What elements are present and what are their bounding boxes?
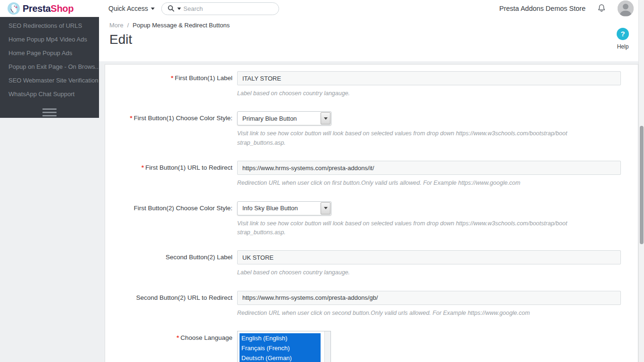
sidebar-item-whatsapp-chat[interactable]: WhatsApp Chat Support — [0, 87, 99, 101]
select-selected-value: Info Sky Blue Button — [238, 205, 321, 212]
breadcrumb-current[interactable]: Popup Message & Redirect Buttons — [132, 22, 230, 29]
sidebar-collapse-hamburger-icon[interactable] — [42, 108, 57, 116]
notifications-bell-icon[interactable] — [596, 3, 607, 14]
field-label: *First Button(1) Label — [105, 71, 237, 98]
top-bar-right: Presta Addons Demos Store — [499, 0, 644, 16]
language-option-french[interactable]: Français (French) — [239, 343, 321, 353]
chevron-down-icon — [321, 202, 330, 214]
edit-form-panel: *First Button(1) Label Label based on ch… — [105, 64, 638, 362]
required-asterisk: * — [141, 164, 144, 171]
required-asterisk: * — [171, 74, 173, 82]
field-help-text: Visit link to see how color button will … — [237, 129, 570, 148]
search-bar[interactable] — [161, 2, 279, 15]
field-control: Info Sky Blue Button Visit link to see h… — [237, 201, 638, 238]
field-help-text: Redirection URL when user click on secon… — [237, 309, 570, 318]
field-label: *First Button(1) URL to Redirect — [105, 161, 237, 188]
field-control: Redirection URL when user click on first… — [237, 161, 638, 188]
language-option-german[interactable]: Deutsch (German) — [239, 353, 321, 362]
form-row-second-button2-url: Second Button(2) URL to Redirect Redirec… — [105, 291, 638, 318]
breadcrumb: More / Popup Message & Redirect Buttons — [109, 22, 644, 29]
logo-wordmark: PrestaShop — [23, 3, 74, 14]
field-help-text: Redirection URL when user click on first… — [237, 179, 570, 188]
chevron-down-icon — [151, 8, 155, 10]
field-control: Label based on choosen country langauge. — [237, 250, 638, 277]
prestashop-bird-icon — [8, 2, 20, 15]
form-row-first-button1-url: *First Button(1) URL to Redirect Redirec… — [105, 161, 638, 188]
field-label: *Choose Language — [105, 331, 237, 362]
form-row-choose-language: *Choose Language English (English) Franç… — [105, 331, 638, 362]
first-button2-color-style-select[interactable]: Info Sky Blue Button — [237, 201, 331, 215]
breadcrumb-parent[interactable]: More — [109, 22, 124, 29]
form-row-first-button2-color-style: First Button(2) Choose Color Style: Info… — [105, 201, 638, 238]
quick-access-dropdown[interactable]: Quick Access — [108, 5, 155, 12]
search-icon — [167, 5, 175, 12]
select-selected-value: Primary Blue Button — [238, 115, 321, 122]
sidebar-item-seo-webmaster[interactable]: SEO Webmaster Site Verification — [0, 74, 99, 87]
field-label: Second Button(2) URL to Redirect — [105, 291, 237, 318]
field-help-text: Visit link to see how color button will … — [237, 219, 570, 238]
page-scrollbar[interactable] — [638, 0, 644, 362]
field-label: First Button(2) Choose Color Style: — [105, 201, 237, 238]
breadcrumb-separator: / — [127, 22, 129, 29]
top-bar: PrestaShop Quick Access Presta Addons De… — [0, 0, 644, 17]
second-button2-label-input[interactable] — [237, 250, 621, 264]
field-label: Second Button(2) Label — [105, 250, 237, 277]
field-label: *First Button(1) Choose Color Style: — [105, 111, 237, 148]
first-button1-label-input[interactable] — [237, 71, 621, 85]
user-avatar[interactable] — [618, 0, 634, 16]
field-label-text: First Button(1) Label — [175, 74, 232, 82]
search-input[interactable] — [183, 5, 273, 12]
help-label: Help — [617, 43, 629, 50]
content-header: More / Popup Message & Redirect Buttons … — [99, 17, 644, 61]
page-scrollbar-thumb[interactable] — [640, 126, 644, 244]
field-control: English (English) Français (French) Deut… — [237, 331, 638, 362]
field-help-text: Label based on choosen country langauge. — [237, 268, 570, 277]
choose-language-multiselect[interactable]: English (English) Français (French) Deut… — [237, 331, 331, 362]
second-button2-url-input[interactable] — [237, 291, 621, 305]
field-label-text: First Button(1) URL to Redirect — [145, 164, 232, 171]
sidebar-item-home-popup-mp4[interactable]: Home Popup Mp4 Video Ads — [0, 33, 99, 46]
field-control: Primary Blue Button Visit link to see ho… — [237, 111, 638, 148]
field-control: Label based on choosen country langauge. — [237, 71, 638, 98]
prestashop-logo[interactable]: PrestaShop — [0, 2, 99, 15]
sidebar-item-seo-redirections[interactable]: SEO Redirections of URLS — [0, 19, 99, 33]
page-title: Edit — [109, 32, 644, 47]
prestashop-admin-page: PrestaShop Quick Access Presta Addons De… — [0, 0, 644, 362]
field-label-text: Second Button(2) URL to Redirect — [136, 294, 232, 301]
form-row-first-button1-label: *First Button(1) Label Label based on ch… — [105, 71, 638, 98]
field-label-text: First Button(2) Choose Color Style: — [134, 205, 232, 212]
search-scope-chevron-icon[interactable] — [177, 8, 181, 10]
sidebar-item-home-page-popup[interactable]: Home Page Popup Ads — [0, 46, 99, 60]
sidebar-item-popup-on-exit[interactable]: Popup on Exit Page - On Brows... — [0, 60, 99, 74]
field-label-text: First Button(1) Choose Color Style: — [134, 115, 232, 122]
required-asterisk: * — [176, 334, 179, 341]
multiselect-scrollbar[interactable] — [324, 331, 330, 362]
form-row-first-button1-color-style: *First Button(1) Choose Color Style: Pri… — [105, 111, 638, 148]
required-asterisk: * — [130, 115, 132, 122]
first-button1-color-style-select[interactable]: Primary Blue Button — [237, 111, 331, 125]
language-option-english[interactable]: English (English) — [239, 333, 321, 343]
field-help-text: Label based on choosen country langauge. — [237, 89, 570, 98]
first-button1-url-input[interactable] — [237, 161, 621, 175]
field-control: Redirection URL when user click on secon… — [237, 291, 638, 318]
quick-access-label: Quick Access — [108, 5, 148, 12]
chevron-down-icon — [321, 112, 330, 124]
store-name[interactable]: Presta Addons Demos Store — [499, 5, 586, 12]
help-question-icon: ? — [617, 28, 629, 40]
sidebar: SEO Redirections of URLS Home Popup Mp4 … — [0, 17, 99, 118]
field-label-text: Second Button(2) Label — [165, 254, 232, 261]
main-content: More / Popup Message & Redirect Buttons … — [99, 17, 644, 362]
help-button[interactable]: ? Help — [617, 28, 629, 50]
form-row-second-button2-label: Second Button(2) Label Label based on ch… — [105, 250, 638, 277]
field-label-text: Choose Language — [181, 334, 232, 341]
language-options: English (English) Français (French) Deut… — [238, 331, 324, 362]
